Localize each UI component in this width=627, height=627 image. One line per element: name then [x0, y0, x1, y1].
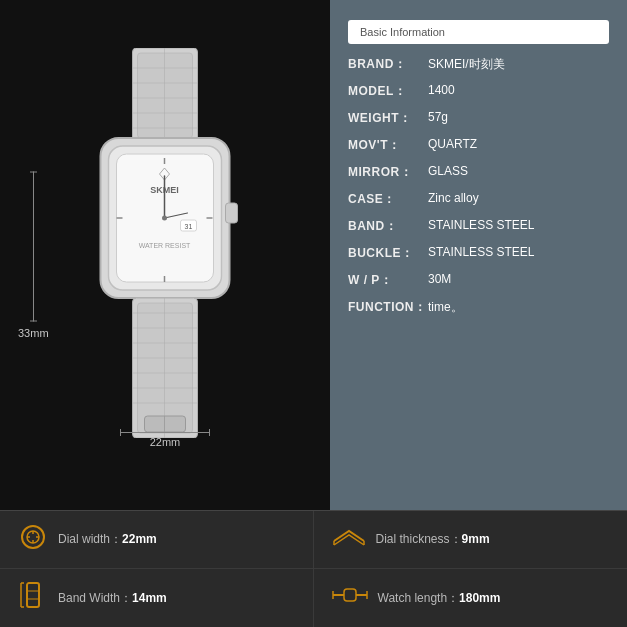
svg-point-20	[162, 215, 167, 220]
spec-value-buckle: STAINLESS STEEL	[428, 245, 534, 259]
spec-value-model: 1400	[428, 83, 455, 97]
watch-length-icon	[332, 581, 368, 615]
measure-dial-thickness: Dial thickness：9mm	[314, 511, 628, 569]
spec-label-buckle: BUCKLE：	[348, 245, 428, 262]
svg-point-36	[22, 526, 44, 548]
spec-row-function: FUNCTION： time。	[348, 299, 609, 316]
dimension-33mm: 33mm	[18, 172, 49, 339]
spec-value-movt: QUARTZ	[428, 137, 477, 151]
spec-row-band: BAND： STAINLESS STEEL	[348, 218, 609, 235]
dial-width-text: Dial width：22mm	[58, 531, 157, 548]
spec-value-case: Zinc alloy	[428, 191, 479, 205]
specs-list: BRAND： SKMEI/时刻美 MODEL： 1400 WEIGHT： 57g…	[348, 56, 609, 316]
svg-rect-25	[138, 303, 193, 433]
spec-label-weight: WEIGHT：	[348, 110, 428, 127]
dim-line-horizontal	[120, 432, 210, 433]
dial-thickness-label: Dial thickness：	[376, 532, 462, 546]
spec-row-wp: W / P： 30M	[348, 272, 609, 289]
svg-rect-11	[226, 203, 238, 223]
spec-row-mirror: MIRROR： GLASS	[348, 164, 609, 181]
svg-text:WATER RESIST: WATER RESIST	[139, 242, 191, 249]
measure-dial-width: Dial width：22mm	[0, 511, 314, 569]
info-card: Basic Information	[348, 20, 609, 44]
spec-label-band: BAND：	[348, 218, 428, 235]
svg-rect-1	[138, 53, 193, 138]
spec-value-brand: SKMEI/时刻美	[428, 56, 505, 73]
spec-label-brand: BRAND：	[348, 56, 428, 73]
dim-label-33: 33mm	[18, 327, 49, 339]
bottom-section: Dial width：22mm Dial thickness：9mm	[0, 510, 627, 627]
measure-watch-length: Watch length：180mm	[314, 569, 628, 627]
band-width-icon	[18, 581, 48, 615]
watch-length-text: Watch length：180mm	[378, 590, 501, 607]
spec-row-movt: MOV'T： QUARTZ	[348, 137, 609, 154]
spec-row-case: CASE： Zinc alloy	[348, 191, 609, 208]
spec-value-function: time。	[428, 299, 463, 316]
spec-label-case: CASE：	[348, 191, 428, 208]
dial-thickness-text: Dial thickness：9mm	[376, 531, 490, 548]
dimension-22mm: 22mm	[120, 432, 210, 448]
spec-value-band: STAINLESS STEEL	[428, 218, 534, 232]
dim-line-vertical	[33, 172, 34, 322]
watch-illustration: SKMEI WATER RE	[73, 48, 258, 442]
info-card-label: Basic Information	[360, 26, 445, 38]
dial-width-label: Dial width：	[58, 532, 122, 546]
dial-width-value: 22mm	[122, 532, 157, 546]
svg-rect-44	[27, 583, 39, 607]
spec-row-weight: WEIGHT： 57g	[348, 110, 609, 127]
spec-label-mirror: MIRROR：	[348, 164, 428, 181]
spec-row-buckle: BUCKLE： STAINLESS STEEL	[348, 245, 609, 262]
band-width-text: Band Width：14mm	[58, 590, 167, 607]
spec-label-model: MODEL：	[348, 83, 428, 100]
spec-label-movt: MOV'T：	[348, 137, 428, 154]
info-panel: Basic Information BRAND： SKMEI/时刻美 MODEL…	[330, 0, 627, 510]
spec-row-brand: BRAND： SKMEI/时刻美	[348, 56, 609, 73]
dial-thickness-icon	[332, 523, 366, 557]
spec-value-wp: 30M	[428, 272, 451, 286]
spec-row-model: MODEL： 1400	[348, 83, 609, 100]
spec-label-wp: W / P：	[348, 272, 428, 289]
watch-length-label: Watch length：	[378, 591, 460, 605]
measure-band-width: Band Width：14mm	[0, 569, 314, 627]
watch-length-value: 180mm	[459, 591, 500, 605]
dial-thickness-value: 9mm	[462, 532, 490, 546]
dial-width-icon	[18, 523, 48, 557]
band-width-label: Band Width：	[58, 591, 132, 605]
spec-label-function: FUNCTION：	[348, 299, 428, 316]
svg-rect-34	[145, 416, 186, 432]
spec-value-mirror: GLASS	[428, 164, 468, 178]
dim-label-22: 22mm	[150, 436, 181, 448]
watch-area: 33mm	[0, 0, 330, 510]
svg-rect-50	[344, 589, 356, 601]
spec-value-weight: 57g	[428, 110, 448, 124]
svg-text:31: 31	[185, 223, 193, 230]
band-width-value: 14mm	[132, 591, 167, 605]
top-section: 33mm	[0, 0, 627, 510]
main-container: 33mm	[0, 0, 627, 627]
